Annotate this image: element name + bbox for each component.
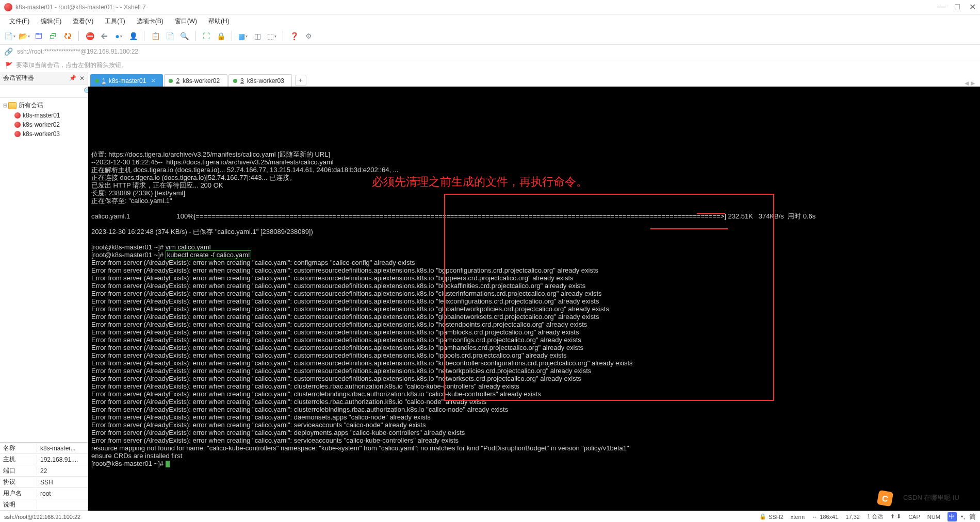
tab-next-icon[interactable]: ▶ [971, 80, 975, 87]
paste-button[interactable]: 📄 [164, 30, 175, 42]
help-button[interactable]: ❓ [288, 30, 300, 42]
terminal-line: --2023-12-30 16:22:45-- https://docs.tig… [91, 158, 977, 166]
address-bar: 🔗 ssh://root:***************@192.168.91.… [0, 44, 980, 58]
status-ssh: 🔒SSH2 [759, 513, 783, 520]
terminal-line: Error from server (AlreadyExists): error… [91, 274, 977, 282]
status-connection: ssh://root@192.168.91.100:22 [4, 514, 80, 520]
property-key: 协议 [0, 478, 37, 486]
session-label: k8s-master01 [23, 112, 60, 119]
menu-edit[interactable]: 编辑(E) [36, 15, 67, 28]
terminal-line [91, 235, 977, 243]
prev-button[interactable]: 🡨 [99, 30, 110, 42]
menu-help[interactable]: 帮助(H) [203, 15, 235, 28]
layout1-button[interactable]: ▦▾ [237, 30, 249, 42]
lock-icon: 🔒 [759, 513, 766, 520]
app-icon [4, 3, 12, 11]
session-icon [14, 122, 21, 128]
address-text[interactable]: ssh://root:***************@192.168.91.10… [17, 48, 138, 55]
folder-icon [8, 102, 17, 109]
ime-symbol[interactable]: •, [961, 513, 965, 520]
status-term: xterm [791, 514, 805, 520]
terminal-line: 2023-12-30 16:22:48 (374 KB/s) - 已保存 "ca… [91, 228, 977, 235]
tree-root[interactable]: ⊟ 所有会话 [0, 100, 88, 111]
person-button[interactable]: 👤 [127, 30, 139, 42]
terminal-line: [root@k8s-master01 ~]# [91, 460, 977, 467]
terminal-line: ensure CRDs are installed first [91, 452, 977, 460]
terminal-line: 正在保存至: "calico.yaml.1" [91, 197, 977, 205]
terminal-line [91, 220, 977, 228]
annotation-text: 必须先清理之前生成的文件，再执行命令。 [372, 178, 587, 186]
search-input[interactable] [2, 87, 84, 96]
fullscreen-button[interactable]: ⛶ [201, 30, 212, 42]
property-value: k8s-master... [37, 445, 88, 452]
reconnect-button[interactable]: 🗗 [47, 30, 59, 42]
collapse-icon[interactable]: ⊟ [2, 103, 8, 108]
menu-tools[interactable]: 工具(T) [100, 15, 130, 28]
status-net: ⬆ ⬇ [890, 513, 901, 520]
terminal-line: Error from server (AlreadyExists): error… [91, 436, 977, 444]
window-title: k8s-master01 - root@k8s-master01:~ - Xsh… [15, 4, 937, 11]
sidebar-close-icon[interactable]: ✕ [79, 75, 85, 82]
property-value: root [37, 490, 88, 497]
property-value: 192.168.91.... [37, 456, 88, 463]
terminal-line: Error from server (AlreadyExists): error… [91, 290, 977, 297]
pin-icon[interactable]: 📌 [69, 75, 76, 81]
property-row: 说明 [0, 499, 88, 511]
lock-button[interactable]: 🔒 [215, 30, 226, 42]
save-button[interactable]: 🗔 [33, 30, 44, 42]
terminal-line: 长度: 238089 (233K) [text/yaml] [91, 189, 977, 197]
session-item[interactable]: k8s-master01 [0, 111, 88, 120]
terminal-view[interactable]: 必须先清理之前生成的文件，再执行命令。 C CSDN 在哪里呢 IU 位置: h… [88, 87, 980, 511]
tab[interactable]: 1k8s-master01✕ [90, 74, 163, 87]
link-icon: 🔗 [4, 47, 13, 56]
status-cursor: 17,32 [845, 514, 860, 520]
menu-window[interactable]: 窗口(W) [170, 15, 202, 28]
sidebar-header: 会话管理器 📌 ✕ [0, 72, 88, 85]
flag-icon[interactable]: 🚩 [5, 62, 13, 69]
terminal-line: Error from server (AlreadyExists): error… [91, 344, 977, 351]
transfer-button[interactable]: 🗘 [62, 30, 73, 42]
property-key: 用户名 [0, 489, 37, 498]
maximize-button[interactable]: □ [955, 2, 960, 12]
terminal-line: Error from server (AlreadyExists): error… [91, 413, 977, 421]
session-manager-panel: 会话管理器 📌 ✕ 🔍 ⊟ 所有会话 k8s-master01k8s-worke… [0, 72, 88, 511]
tip-bar: 🚩 要添加当前会话，点击左侧的箭头按钮。 [0, 58, 980, 72]
settings-button[interactable]: ⚙ [303, 30, 314, 42]
tab[interactable]: 3k8s-worker03 [228, 74, 292, 87]
session-item[interactable]: k8s-worker03 [0, 129, 88, 139]
copy-button[interactable]: 📋 [150, 30, 161, 42]
terminal-line: Error from server (AlreadyExists): error… [91, 266, 977, 274]
tab[interactable]: 2k8s-worker02 [164, 74, 227, 87]
ime-jian[interactable]: 简 [969, 512, 976, 521]
menu-file[interactable]: 文件(F) [4, 15, 35, 28]
find-button[interactable]: 🔍 [178, 30, 190, 42]
tab-close-icon[interactable]: ✕ [151, 78, 155, 83]
disconnect-button[interactable]: ⛔ [84, 30, 95, 42]
terminal-line: Error from server (AlreadyExists): error… [91, 406, 977, 413]
tab-status-icon [95, 79, 99, 83]
status-size: ↔186x41 [812, 514, 838, 520]
status-caps: CAP [908, 514, 920, 520]
ime-zhong[interactable]: 中 [948, 512, 957, 521]
new-tab-button[interactable]: + [295, 75, 306, 86]
terminal-line: Error from server (AlreadyExists): error… [91, 398, 977, 406]
close-button[interactable]: ✕ [969, 2, 976, 12]
property-row: 协议SSH [0, 477, 88, 488]
tab-prev-icon[interactable]: ◀ [965, 80, 969, 87]
menu-tab[interactable]: 选项卡(B) [132, 15, 169, 28]
sidebar-title: 会话管理器 [3, 74, 69, 82]
session-item[interactable]: k8s-worker02 [0, 120, 88, 129]
content-area: 1k8s-master01✕2k8s-worker023k8s-worker03… [88, 72, 980, 511]
layout3-button[interactable]: ⬚▾ [266, 30, 277, 42]
open-button[interactable]: 📂▾ [19, 30, 30, 42]
refresh-button[interactable]: ●▾ [113, 30, 124, 42]
new-session-button[interactable]: 📄▾ [4, 30, 15, 42]
terminal-line: Error from server (AlreadyExists): error… [91, 375, 977, 382]
layout2-button[interactable]: ◫ [252, 30, 263, 42]
resize-icon: ↔ [812, 514, 818, 520]
tab-status-icon [169, 79, 173, 83]
minimize-button[interactable]: — [937, 2, 945, 12]
menu-view[interactable]: 查看(V) [68, 15, 99, 28]
terminal-line: Error from server (AlreadyExists): error… [91, 421, 977, 429]
property-key: 主机 [0, 455, 37, 464]
